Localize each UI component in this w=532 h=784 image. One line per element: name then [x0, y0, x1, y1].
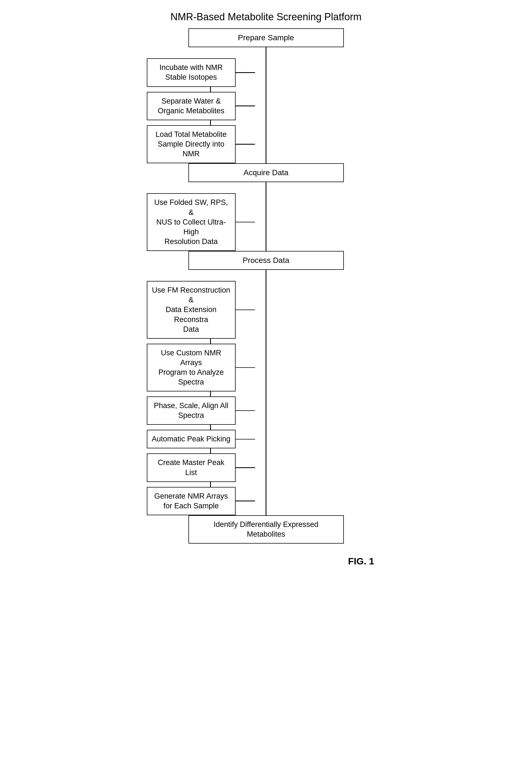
- fig-label-row: FIG. 1: [147, 550, 385, 567]
- fm-hline: [236, 310, 255, 310]
- phase-hline: [236, 410, 255, 411]
- spine-line-2: [266, 182, 266, 251]
- spine-col-2: [255, 182, 277, 251]
- use-fm-box: Use FM Reconstruction &Data Extension Re…: [147, 281, 236, 338]
- master-vline-wrap: [166, 482, 255, 487]
- diagram-title: NMR-Based Metabolite Screening Platform: [170, 11, 361, 23]
- right-col-1: [277, 47, 385, 163]
- incubate-connector: Incubate with NMRStable Isotopes: [147, 58, 255, 87]
- use-folded-box: Use Folded SW, RPS, &NUS to Collect Ultr…: [147, 193, 236, 251]
- generate-connector: Generate NMR Arraysfor Each Sample: [147, 487, 255, 515]
- spine-col-1: [255, 47, 277, 163]
- vline2: [210, 120, 211, 125]
- identify-box: Identify Differentially Expressed Metabo…: [188, 515, 344, 543]
- vline3: [210, 339, 211, 344]
- separate-hline: [236, 106, 255, 106]
- phase-vline-wrap: [166, 425, 255, 430]
- right-col-2: [277, 182, 385, 251]
- phase-scale-box: Phase, Scale, Align AllSpectra: [147, 396, 236, 425]
- auto-peak-connector: Automatic Peak Picking: [147, 430, 255, 448]
- automatic-peak-box: Automatic Peak Picking: [147, 430, 236, 448]
- separate-to-load: [166, 120, 255, 125]
- fm-vline-wrap: [166, 339, 255, 344]
- section2: Use Folded SW, RPS, &NUS to Collect Ultr…: [147, 182, 385, 251]
- custom-connector: Use Custom NMR ArraysProgram to Analyze …: [147, 344, 255, 391]
- generate-hline: [236, 501, 255, 501]
- vline5: [210, 425, 211, 430]
- prepare-sample-box: Prepare Sample: [188, 28, 344, 47]
- fig-label: FIG. 1: [348, 556, 374, 567]
- spine-line-3: [266, 270, 266, 515]
- create-master-box: Create Master Peak List: [147, 453, 236, 482]
- separate-connector: Separate Water &Organic Metabolites: [147, 92, 255, 120]
- acquire-data-box: Acquire Data: [188, 163, 344, 182]
- section3: Use FM Reconstruction &Data Extension Re…: [147, 270, 385, 515]
- vline1: [210, 87, 211, 92]
- left-col-2: Use Folded SW, RPS, &NUS to Collect Ultr…: [147, 182, 255, 251]
- incubate-to-separate: [166, 87, 255, 92]
- incubate-hline: [236, 72, 255, 73]
- prepare-sample-row: Prepare Sample: [147, 28, 385, 47]
- vline6: [210, 448, 211, 453]
- folded-hline: [236, 222, 255, 223]
- vline4: [210, 391, 211, 396]
- separate-water-box: Separate Water &Organic Metabolites: [147, 92, 236, 120]
- spine-line-1: [266, 47, 266, 163]
- master-hline: [236, 467, 255, 468]
- left-col-3: Use FM Reconstruction &Data Extension Re…: [147, 270, 255, 515]
- load-total-box: Load Total MetaboliteSample Directly int…: [147, 125, 236, 163]
- folded-connector: Use Folded SW, RPS, &NUS to Collect Ultr…: [147, 193, 255, 251]
- phase-connector: Phase, Scale, Align AllSpectra: [147, 396, 255, 425]
- left-col-1: Incubate with NMRStable Isotopes Separat…: [147, 47, 255, 163]
- incubate-box: Incubate with NMRStable Isotopes: [147, 58, 236, 87]
- right-col-3: [277, 270, 385, 515]
- custom-vline-wrap: [166, 391, 255, 396]
- spine-col-3: [255, 270, 277, 515]
- identify-row: Identify Differentially Expressed Metabo…: [147, 515, 385, 543]
- custom-hline: [236, 367, 255, 368]
- master-connector: Create Master Peak List: [147, 453, 255, 482]
- load-hline: [236, 144, 255, 145]
- acquire-data-row: Acquire Data: [147, 163, 385, 182]
- use-custom-box: Use Custom NMR ArraysProgram to Analyze …: [147, 344, 236, 391]
- vline7: [210, 482, 211, 487]
- load-connector: Load Total MetaboliteSample Directly int…: [147, 125, 255, 163]
- autopeak-vline-wrap: [166, 448, 255, 453]
- diagram-container: NMR-Based Metabolite Screening Platform …: [141, 11, 391, 567]
- process-data-row: Process Data: [147, 251, 385, 270]
- flowchart: NMR-Based Metabolite Screening Platform …: [147, 11, 385, 567]
- fm-connector: Use FM Reconstruction &Data Extension Re…: [147, 281, 255, 338]
- auto-peak-hline: [236, 439, 255, 440]
- section1: Incubate with NMRStable Isotopes Separat…: [147, 47, 385, 163]
- generate-nmr-box: Generate NMR Arraysfor Each Sample: [147, 487, 236, 515]
- process-data-box: Process Data: [188, 251, 344, 270]
